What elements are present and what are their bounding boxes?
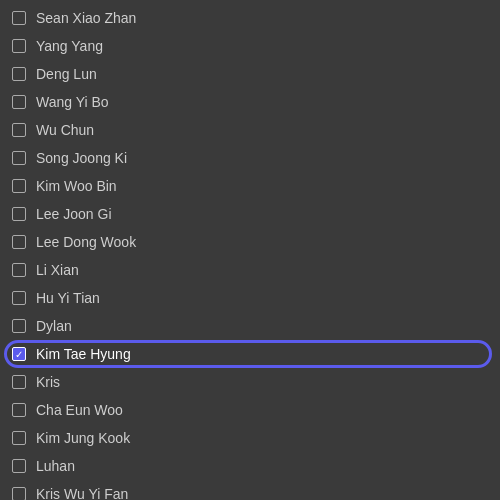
item-label: Song Joong Ki (36, 150, 127, 166)
item-label: Cha Eun Woo (36, 402, 123, 418)
checkbox[interactable] (12, 39, 26, 53)
item-label: Yang Yang (36, 38, 103, 54)
checkbox[interactable] (12, 179, 26, 193)
checkbox[interactable] (12, 487, 26, 500)
item-label: Kris (36, 374, 60, 390)
checkbox[interactable] (12, 151, 26, 165)
list-item[interactable]: Deng Lun (0, 60, 500, 88)
checkbox[interactable] (12, 403, 26, 417)
list-item[interactable]: Kris Wu Yi Fan (0, 480, 500, 500)
checkbox[interactable] (12, 263, 26, 277)
list-item[interactable]: Kim Woo Bin (0, 172, 500, 200)
checkbox[interactable] (12, 319, 26, 333)
checkbox[interactable] (12, 459, 26, 473)
list-item[interactable]: Cha Eun Woo (0, 396, 500, 424)
list-item[interactable]: Kris (0, 368, 500, 396)
list-item[interactable]: Song Joong Ki (0, 144, 500, 172)
list-item[interactable]: Luhan (0, 452, 500, 480)
checkbox[interactable] (12, 207, 26, 221)
checkbox[interactable] (12, 431, 26, 445)
item-label: Sean Xiao Zhan (36, 10, 136, 26)
item-label: Lee Joon Gi (36, 206, 112, 222)
checkbox[interactable] (12, 67, 26, 81)
item-label: Lee Dong Wook (36, 234, 136, 250)
item-label: Wu Chun (36, 122, 94, 138)
list-item[interactable]: Li Xian (0, 256, 500, 284)
checkbox[interactable] (12, 123, 26, 137)
item-label: Kim Jung Kook (36, 430, 130, 446)
item-label: Wang Yi Bo (36, 94, 109, 110)
item-label: Kim Tae Hyung (36, 346, 131, 362)
item-label: Li Xian (36, 262, 79, 278)
actor-list[interactable]: Sean Xiao ZhanYang YangDeng LunWang Yi B… (0, 0, 500, 500)
checkbox[interactable] (12, 95, 26, 109)
item-label: Deng Lun (36, 66, 97, 82)
item-label: Luhan (36, 458, 75, 474)
list-item[interactable]: Kim Jung Kook (0, 424, 500, 452)
checkbox[interactable] (12, 11, 26, 25)
item-label: Dylan (36, 318, 72, 334)
checkbox[interactable] (12, 235, 26, 249)
list-item[interactable]: Dylan (0, 312, 500, 340)
item-label: Hu Yi Tian (36, 290, 100, 306)
checkbox[interactable] (12, 347, 26, 361)
list-item[interactable]: Lee Joon Gi (0, 200, 500, 228)
list-item[interactable]: Lee Dong Wook (0, 228, 500, 256)
list-item[interactable]: Yang Yang (0, 32, 500, 60)
list-item[interactable]: Kim Tae Hyung (0, 340, 500, 368)
list-item[interactable]: Sean Xiao Zhan (0, 4, 500, 32)
item-label: Kris Wu Yi Fan (36, 486, 128, 500)
list-item[interactable]: Wu Chun (0, 116, 500, 144)
checkbox[interactable] (12, 291, 26, 305)
list-item[interactable]: Hu Yi Tian (0, 284, 500, 312)
list-item[interactable]: Wang Yi Bo (0, 88, 500, 116)
item-label: Kim Woo Bin (36, 178, 117, 194)
checkbox[interactable] (12, 375, 26, 389)
